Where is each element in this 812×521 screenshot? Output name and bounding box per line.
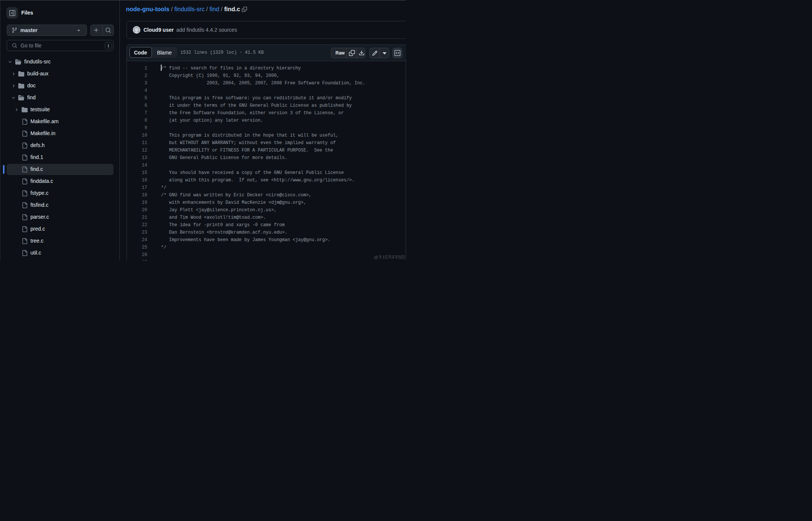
svg-text:@: @ bbox=[374, 255, 378, 259]
